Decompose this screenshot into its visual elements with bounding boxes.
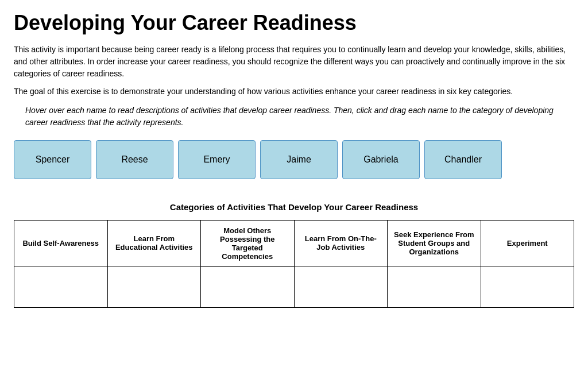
category-drop-zone-experiment[interactable]	[481, 266, 574, 307]
category-col-model-others: Model Others Possessing the Targeted Com…	[201, 221, 295, 307]
intro-paragraph-2: The goal of this exercise is to demonstr…	[14, 86, 574, 98]
category-header-learn-on-the-job: Learn From On-The-Job Activities	[295, 221, 388, 266]
name-card-emery[interactable]: Emery	[178, 140, 256, 179]
category-col-seek-experience: Seek Experience From Student Groups and …	[388, 221, 481, 307]
category-drop-zone-model-others[interactable]	[201, 267, 294, 307]
page-title: Developing Your Career Readiness	[14, 11, 574, 34]
category-col-experiment: Experiment	[481, 221, 574, 307]
category-drop-zone-learn-on-the-job[interactable]	[295, 266, 388, 307]
category-header-seek-experience: Seek Experience From Student Groups and …	[388, 221, 481, 266]
category-header-build-self-awareness: Build Self-Awareness	[14, 221, 107, 266]
instruction-text: Hover over each name to read description…	[25, 105, 574, 129]
category-drop-zone-learn-educational[interactable]	[108, 266, 201, 307]
category-header-learn-educational: Learn From Educational Activities	[108, 221, 201, 266]
categories-section: Categories of Activities That Develop Yo…	[14, 202, 574, 308]
category-col-learn-educational: Learn From Educational Activities	[108, 221, 202, 307]
name-card-chandler[interactable]: Chandler	[424, 140, 502, 179]
category-drop-zone-seek-experience[interactable]	[388, 266, 481, 307]
category-drop-zone-build-self-awareness[interactable]	[14, 266, 107, 307]
name-card-jaime[interactable]: Jaime	[260, 140, 338, 179]
category-col-learn-on-the-job: Learn From On-The-Job Activities	[295, 221, 388, 307]
names-row: SpencerReeseEmeryJaimeGabrielaChandler	[14, 140, 574, 179]
category-header-experiment: Experiment	[481, 221, 574, 266]
intro-paragraph-1: This activity is important because being…	[14, 44, 574, 80]
category-col-build-self-awareness: Build Self-Awareness	[14, 221, 108, 307]
categories-title: Categories of Activities That Develop Yo…	[14, 202, 574, 212]
categories-grid: Build Self-AwarenessLearn From Education…	[14, 220, 574, 308]
name-card-spencer[interactable]: Spencer	[14, 140, 91, 179]
category-header-model-others: Model Others Possessing the Targeted Com…	[201, 221, 294, 267]
name-card-gabriela[interactable]: Gabriela	[342, 140, 420, 179]
name-card-reese[interactable]: Reese	[96, 140, 173, 179]
